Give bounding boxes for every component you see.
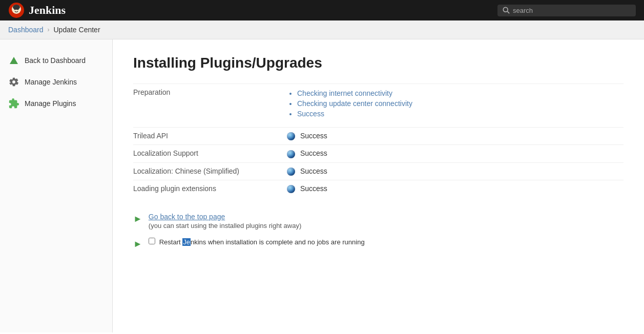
go-back-row: ► Go back to the top page (you can start… (133, 213, 624, 229)
search-bar[interactable] (497, 5, 636, 16)
svg-point-4 (17, 9, 19, 10)
page-title: Installing Plugins/Upgrades (133, 55, 624, 71)
install-label-2: Localization: Chinese (Simplified) (133, 162, 287, 180)
status-ball-icon (287, 132, 295, 140)
preparation-list: Checking internet connectivity Checking … (287, 88, 624, 119)
breadcrumb-dashboard-link[interactable]: Dashboard (8, 26, 44, 34)
svg-point-3 (14, 9, 16, 10)
sidebar-label-manage-jenkins: Manage Jenkins (25, 78, 77, 86)
bottom-section: ► Go back to the top page (you can start… (133, 213, 624, 249)
gear-icon (8, 76, 19, 88)
go-back-content: Go back to the top page (you can start u… (149, 213, 301, 229)
sidebar-label-back: Back to Dashboard (25, 56, 86, 65)
install-label-1: Localization Support (133, 145, 287, 162)
breadcrumb-separator: › (48, 26, 50, 33)
table-row: Loading plugin extensions Success (133, 180, 624, 197)
status-ball-icon (287, 185, 295, 193)
sidebar-item-manage-jenkins[interactable]: Manage Jenkins (0, 71, 112, 93)
layout: Back to Dashboard Manage Jenkins Manage … (0, 39, 644, 332)
install-status-3: Success (287, 180, 624, 197)
status-ball-icon (287, 168, 295, 176)
table-row: Localization: Chinese (Simplified) Succe… (133, 162, 624, 180)
install-table: Preparation Checking internet connectivi… (133, 84, 624, 197)
prep-item-3: Success (297, 109, 624, 119)
prep-item-2: Checking update center connectivity (297, 98, 624, 109)
breadcrumb-current: Update Center (54, 26, 100, 34)
header-logo: Jenkins (8, 2, 66, 18)
arrow-up-icon (8, 55, 19, 66)
jenkins-logo-icon (8, 2, 25, 18)
restart-label-text: Restart Jenkins when installation is com… (159, 238, 365, 246)
header: Jenkins (0, 0, 644, 20)
restart-row: ► Restart Jenkins when installation is c… (133, 238, 624, 249)
sidebar: Back to Dashboard Manage Jenkins Manage … (0, 39, 113, 332)
search-input[interactable] (513, 7, 615, 14)
install-status-1: Success (287, 145, 624, 162)
sidebar-label-manage-plugins: Manage Plugins (25, 99, 76, 108)
jenkins-highlight: Je (182, 238, 191, 246)
preparation-status: Checking internet connectivity Checking … (287, 84, 624, 128)
install-status-2: Success (287, 162, 624, 180)
header-logo-text: Jenkins (29, 4, 66, 17)
preparation-label: Preparation (133, 84, 287, 128)
puzzle-icon (8, 98, 19, 109)
install-status-0: Success (287, 128, 624, 145)
prep-item-1: Checking internet connectivity (297, 88, 624, 98)
table-row: Localization Support Success (133, 145, 624, 162)
restart-label[interactable]: Restart Jenkins when installation is com… (149, 238, 365, 246)
status-ball-icon (287, 150, 295, 158)
breadcrumb: Dashboard › Update Center (0, 20, 644, 39)
restart-arrow-icon: ► (133, 239, 142, 249)
sidebar-item-back-to-dashboard[interactable]: Back to Dashboard (0, 50, 112, 71)
go-back-link[interactable]: Go back to the top page (149, 213, 225, 221)
restart-checkbox[interactable] (149, 238, 155, 244)
preparation-row: Preparation Checking internet connectivi… (133, 84, 624, 128)
table-row: Trilead API Success (133, 128, 624, 145)
svg-point-5 (503, 7, 508, 12)
svg-point-2 (13, 5, 20, 10)
install-label-0: Trilead API (133, 128, 287, 145)
search-icon (503, 7, 510, 14)
sidebar-item-manage-plugins[interactable]: Manage Plugins (0, 93, 112, 114)
main-content: Installing Plugins/Upgrades Preparation … (113, 39, 644, 332)
go-back-arrow-icon: ► (133, 214, 142, 224)
install-label-3: Loading plugin extensions (133, 180, 287, 197)
go-back-note: (you can start using the installed plugi… (149, 222, 301, 229)
svg-line-6 (507, 11, 509, 13)
